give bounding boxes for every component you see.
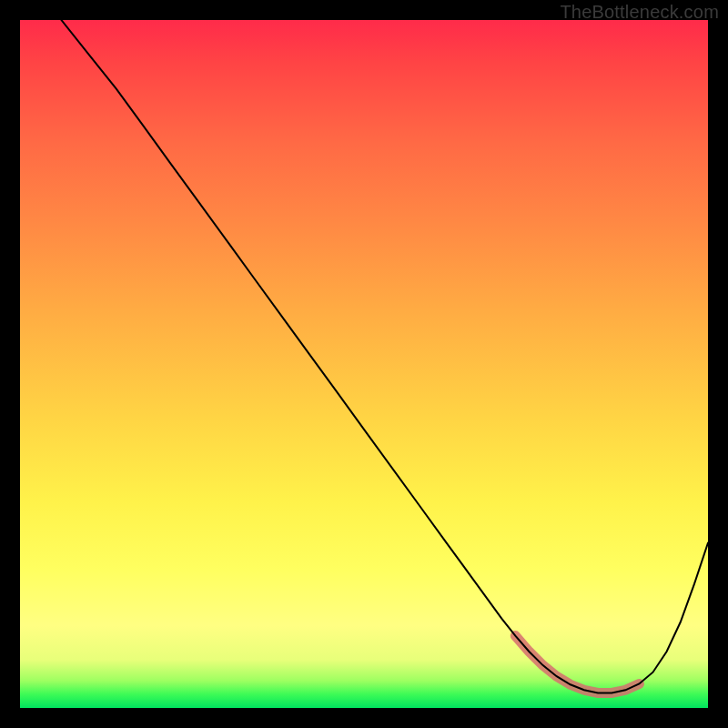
highlight-segment xyxy=(515,636,639,693)
main-curve xyxy=(61,20,708,693)
chart-svg xyxy=(20,20,708,708)
